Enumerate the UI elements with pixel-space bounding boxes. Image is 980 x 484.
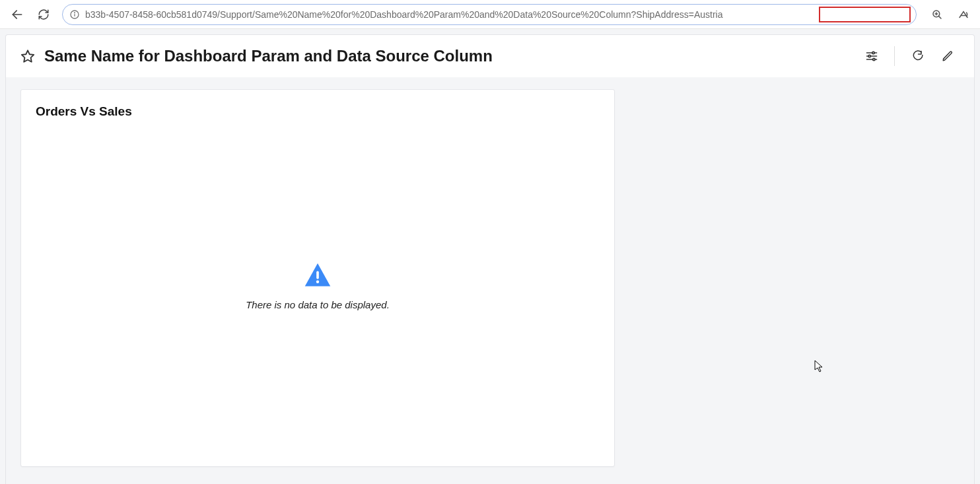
url-text[interactable]: b33b-4507-8458-60cb581d0749/Support/Same…	[85, 9, 909, 20]
browser-right-icons	[923, 3, 975, 26]
favorite-star-icon[interactable]	[20, 49, 35, 63]
filter-settings-icon[interactable]	[860, 44, 884, 68]
refresh-dashboard-icon[interactable]	[905, 44, 929, 68]
page-title: Same Name for Dashboard Param and Data S…	[44, 47, 851, 65]
svg-line-5	[939, 16, 941, 18]
read-aloud-icon[interactable]	[952, 3, 975, 26]
no-data-message: There is no data to be displayed.	[246, 299, 390, 310]
browser-toolbar: b33b-4507-8458-60cb581d0749/Support/Same…	[0, 0, 980, 29]
page-body: Same Name for Dashboard Param and Data S…	[0, 29, 980, 484]
content-area: Orders Vs Sales There is no data to be d…	[6, 77, 974, 484]
svg-point-3	[75, 12, 75, 13]
svg-point-13	[868, 55, 870, 57]
svg-point-17	[316, 280, 319, 283]
svg-rect-16	[316, 271, 319, 279]
refresh-button[interactable]	[32, 3, 55, 26]
header-actions	[860, 44, 960, 68]
svg-point-11	[872, 52, 874, 53]
page-header: Same Name for Dashboard Param and Data S…	[6, 35, 974, 77]
site-info-icon[interactable]	[69, 9, 80, 20]
svg-marker-9	[22, 50, 34, 61]
widget-orders-vs-sales: Orders Vs Sales There is no data to be d…	[20, 89, 615, 467]
address-bar[interactable]: b33b-4507-8458-60cb581d0749/Support/Same…	[62, 4, 917, 25]
zoom-icon[interactable]	[926, 3, 948, 26]
widget-body: There is no data to be displayed.	[36, 119, 600, 452]
widget-title: Orders Vs Sales	[36, 104, 600, 119]
back-button[interactable]	[5, 3, 29, 26]
edit-icon[interactable]	[936, 44, 960, 68]
page-inner: Same Name for Dashboard Param and Data S…	[5, 34, 975, 484]
header-divider	[894, 46, 895, 66]
svg-point-15	[873, 58, 875, 60]
warning-icon	[303, 261, 332, 293]
